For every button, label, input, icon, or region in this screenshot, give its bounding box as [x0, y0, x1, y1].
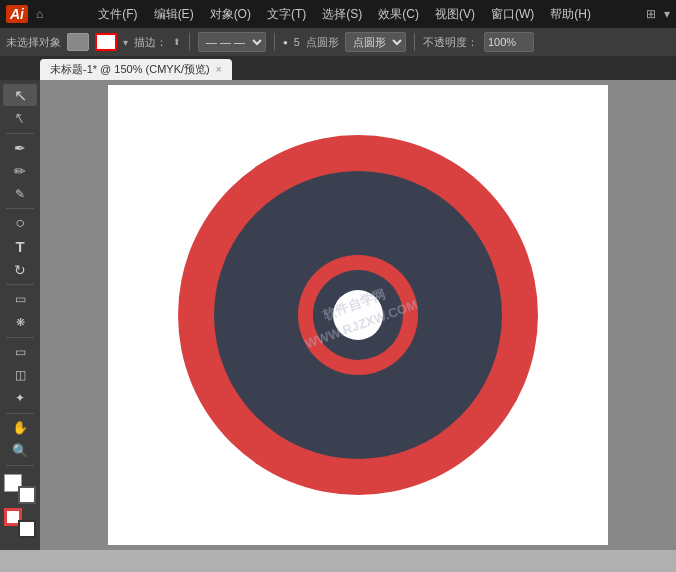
tool-separator-5 — [6, 413, 34, 414]
pencil-tool[interactable]: ✎ — [3, 183, 37, 205]
eraser-icon: ▭ — [15, 292, 26, 306]
rect-icon: ▭ — [15, 345, 26, 359]
eyedropper-tool[interactable]: ✦ — [3, 387, 37, 409]
tool-separator-6 — [6, 465, 34, 466]
artboard: 软件自学网 WWW.RJZXW.COM — [108, 85, 608, 545]
grid-icon[interactable]: ⊞ — [646, 7, 656, 21]
menu-view[interactable]: 视图(V) — [428, 4, 482, 25]
opacity-label: 不透明度： — [423, 35, 478, 50]
type-tool[interactable]: T — [3, 236, 37, 258]
rotate-icon: ↻ — [14, 262, 26, 278]
tab-label: 未标题-1* @ 150% (CMYK/预览) — [50, 62, 210, 77]
rotate-tool[interactable]: ↻ — [3, 259, 37, 281]
menu-help[interactable]: 帮助(H) — [543, 4, 598, 25]
stroke-label: 描边： — [134, 35, 167, 50]
brush-size-label: 5 — [294, 36, 300, 48]
zoom-tool[interactable]: 🔍 — [3, 440, 37, 462]
main-layout: ↖ ↖ ✒ ✏ ✎ ○ T ↻ ▭ ❋ — [0, 80, 676, 550]
stroke-up-icon[interactable]: ⬆ — [173, 37, 181, 47]
tool-colors-area — [4, 463, 36, 546]
ellipse-icon: ○ — [15, 214, 25, 232]
brush-tool[interactable]: ✏ — [3, 160, 37, 182]
opacity-input[interactable] — [484, 32, 534, 52]
select-tool[interactable]: ↖ — [3, 84, 37, 106]
menu-object[interactable]: 对象(O) — [203, 4, 258, 25]
options-bar: 未选择对象 ▾ 描边： ⬆ — — — ● 5 点圆形 点圆形 不透明度： — [0, 28, 676, 56]
menu-window[interactable]: 窗口(W) — [484, 4, 541, 25]
menu-edit[interactable]: 编辑(E) — [147, 4, 201, 25]
separator-1 — [189, 33, 190, 51]
menu-type[interactable]: 文字(T) — [260, 4, 313, 25]
chevron-down-icon[interactable]: ▾ — [664, 7, 670, 21]
brush-icon: ✏ — [14, 163, 26, 179]
brush-dot-icon: ● — [283, 38, 288, 47]
rect-tool[interactable]: ▭ — [3, 341, 37, 363]
eraser-tool[interactable]: ▭ — [3, 288, 37, 310]
menu-effect[interactable]: 效果(C) — [371, 4, 426, 25]
document-tab[interactable]: 未标题-1* @ 150% (CMYK/预览) × — [40, 59, 232, 80]
pencil-icon: ✎ — [15, 187, 25, 201]
no-selection-label: 未选择对象 — [6, 35, 61, 50]
stroke-bg-swatch[interactable] — [18, 520, 36, 538]
symbol-icon: ❋ — [16, 316, 25, 329]
artwork: 软件自学网 WWW.RJZXW.COM — [178, 135, 538, 495]
direct-select-icon: ↖ — [12, 109, 28, 128]
white-center-circle — [333, 290, 383, 340]
shape-selector[interactable]: — — — — [198, 32, 266, 52]
titlebar: Ai ⌂ 文件(F) 编辑(E) 对象(O) 文字(T) 选择(S) 效果(C)… — [0, 0, 676, 28]
fill-color-swatch[interactable] — [67, 33, 89, 51]
tool-separator-4 — [6, 337, 34, 338]
bg-swatch[interactable] — [18, 486, 36, 504]
stroke-swatch[interactable] — [95, 33, 117, 51]
hand-tool[interactable]: ✋ — [3, 416, 37, 438]
direct-select-tool[interactable]: ↖ — [3, 107, 37, 129]
hand-icon: ✋ — [12, 420, 28, 435]
pen-icon: ✒ — [14, 140, 26, 156]
menu-file[interactable]: 文件(F) — [91, 4, 144, 25]
ellipse-tool[interactable]: ○ — [3, 212, 37, 234]
canvas-area[interactable]: 软件自学网 WWW.RJZXW.COM — [40, 80, 676, 550]
gradient-icon: ◫ — [15, 368, 26, 382]
tab-close-button[interactable]: × — [216, 64, 222, 75]
app-logo: Ai — [6, 5, 28, 23]
separator-3 — [414, 33, 415, 51]
toolbar: ↖ ↖ ✒ ✏ ✎ ○ T ↻ ▭ ❋ — [0, 80, 40, 550]
select-icon: ↖ — [14, 86, 27, 105]
separator-2 — [274, 33, 275, 51]
menu-select[interactable]: 选择(S) — [315, 4, 369, 25]
eyedropper-icon: ✦ — [15, 391, 25, 405]
tab-bar: 未标题-1* @ 150% (CMYK/预览) × — [0, 56, 676, 80]
shape-type-selector[interactable]: 点圆形 — [345, 32, 406, 52]
home-icon[interactable]: ⌂ — [36, 7, 43, 21]
type-icon: T — [15, 238, 24, 255]
shape-type-label: 点圆形 — [306, 35, 339, 50]
zoom-icon: 🔍 — [12, 443, 28, 458]
tool-separator-3 — [6, 284, 34, 285]
tool-separator-1 — [6, 133, 34, 134]
gradient-tool[interactable]: ◫ — [3, 364, 37, 386]
tool-separator-2 — [6, 208, 34, 209]
symbol-tool[interactable]: ❋ — [3, 311, 37, 333]
stroke-arrow-icon: ▾ — [123, 37, 128, 48]
pen-tool[interactable]: ✒ — [3, 137, 37, 159]
